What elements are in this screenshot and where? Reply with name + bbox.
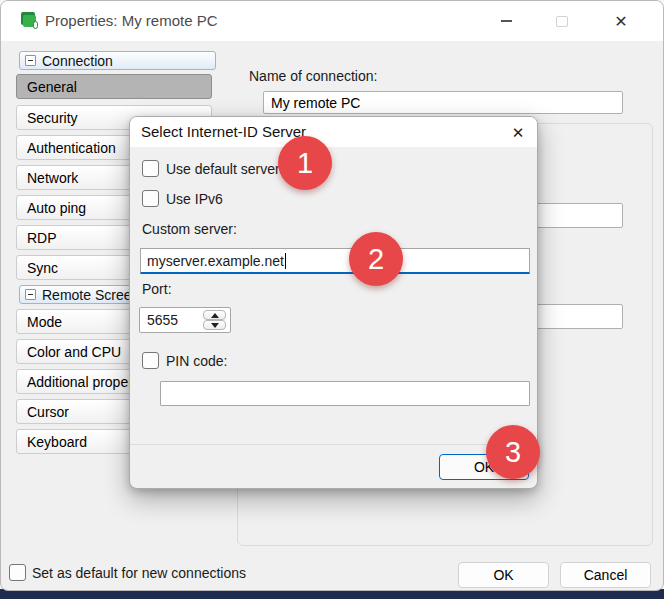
app-icon xyxy=(21,12,38,29)
port-label: Port: xyxy=(142,281,172,297)
dialog-title: Select Internet-ID Server xyxy=(141,117,306,147)
collapse-icon[interactable] xyxy=(25,55,36,66)
spin-up-button[interactable] xyxy=(203,310,226,320)
set-default-checkbox[interactable] xyxy=(9,564,26,581)
sidebar-section-label: Connection xyxy=(42,53,113,69)
text-caret xyxy=(285,253,286,269)
annotation-step-3: 3 xyxy=(486,425,540,479)
dialog-titlebar: Select Internet-ID Server ✕ xyxy=(130,117,537,147)
pin-code-input[interactable] xyxy=(160,381,530,406)
close-icon: ✕ xyxy=(512,124,525,142)
pin-code-label: PIN code: xyxy=(166,353,227,369)
set-default-label: Set as default for new connections xyxy=(32,565,246,581)
sidebar-item-general[interactable]: General xyxy=(16,74,212,99)
use-default-server-label: Use default server xyxy=(166,161,280,177)
pin-code-checkbox[interactable] xyxy=(142,352,159,369)
close-icon: ✕ xyxy=(614,12,627,31)
annotation-step-1: 1 xyxy=(278,136,332,190)
sidebar-section-label: Remote Screen xyxy=(42,287,139,303)
window-title: Properties: My remote PC xyxy=(45,1,218,41)
cancel-button[interactable]: Cancel xyxy=(560,562,651,588)
select-internet-id-server-dialog: Select Internet-ID Server ✕ Use default … xyxy=(129,116,538,489)
custom-server-label: Custom server: xyxy=(142,221,237,237)
annotation-step-2: 2 xyxy=(349,232,403,286)
minimize-button[interactable] xyxy=(491,6,521,36)
use-default-server-checkbox[interactable] xyxy=(142,160,159,177)
ok-button[interactable]: OK xyxy=(458,562,549,588)
port-value: 5655 xyxy=(147,308,178,332)
minimize-icon xyxy=(501,20,512,22)
collapse-icon[interactable] xyxy=(25,289,36,300)
maximize-icon xyxy=(556,16,568,27)
connection-name-input[interactable] xyxy=(263,91,623,114)
properties-window: Properties: My remote PC ✕ Connection Ge… xyxy=(0,0,664,591)
spin-down-button[interactable] xyxy=(203,320,226,330)
use-ipv6-label: Use IPv6 xyxy=(166,191,223,207)
close-button[interactable]: ✕ xyxy=(606,6,636,36)
window-titlebar: Properties: My remote PC ✕ xyxy=(1,1,663,41)
use-ipv6-checkbox[interactable] xyxy=(142,190,159,207)
chevron-up-icon xyxy=(211,313,219,318)
name-of-connection-label: Name of connection: xyxy=(249,68,377,84)
custom-server-input[interactable]: myserver.example.net xyxy=(140,248,530,274)
dialog-separator xyxy=(130,444,537,445)
chevron-down-icon xyxy=(211,323,219,328)
maximize-button[interactable] xyxy=(547,6,577,36)
port-spinner[interactable]: 5655 xyxy=(139,307,231,333)
sidebar-section-connection[interactable]: Connection xyxy=(19,51,216,70)
dialog-close-button[interactable]: ✕ xyxy=(507,122,529,144)
